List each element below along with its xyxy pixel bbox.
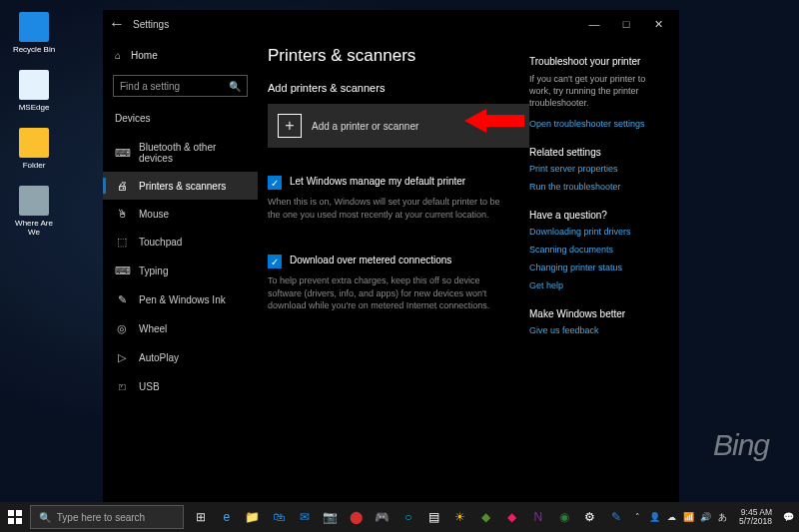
page-title: Printers & scanners	[268, 46, 513, 66]
taskbar-app-xbox[interactable]: 🎮	[372, 506, 394, 528]
sidebar-item-label: USB	[139, 381, 160, 392]
taskbar-app-weather[interactable]: ☀	[449, 506, 471, 528]
window-titlebar[interactable]: ← Settings — □ ✕	[103, 10, 679, 38]
taskbar-search-placeholder: Type here to search	[57, 512, 145, 523]
annotation-arrow-icon	[464, 108, 524, 134]
taskbar: 🔍 Type here to search ⊞ e 📁 🛍 ✉ 📷 ⬤ 🎮 ○ …	[0, 502, 799, 532]
sidebar-item-usb[interactable]: ⏍USB	[103, 372, 258, 400]
search-placeholder: Find a setting	[120, 81, 229, 92]
feedback-link[interactable]: Give us feedback	[529, 325, 667, 335]
better-heading: Make Windows better	[529, 308, 667, 319]
sidebar-item-bluetooth[interactable]: ⌨Bluetooth & other devices	[103, 134, 258, 172]
tray-onedrive-icon[interactable]: ☁	[665, 512, 679, 522]
desktop-icon-whereweare[interactable]: Where Are We	[10, 186, 58, 237]
taskbar-app-settings[interactable]: ⚙	[579, 506, 601, 528]
bing-watermark: Bing	[713, 428, 769, 462]
taskbar-app[interactable]: ◆	[501, 506, 523, 528]
sidebar-item-pen[interactable]: ✎Pen & Windows Ink	[103, 285, 258, 314]
taskbar-app[interactable]: ◉	[553, 506, 575, 528]
sidebar-home-label: Home	[131, 50, 158, 61]
get-help-link[interactable]: Get help	[529, 280, 667, 290]
taskbar-pinned-apps: ⊞ e 📁 🛍 ✉ 📷 ⬤ 🎮 ○ ▤ ☀ ◆ ◆ N ◉ ⚙ ✎	[190, 502, 627, 532]
start-button[interactable]	[0, 502, 30, 532]
window-close-button[interactable]: ✕	[643, 12, 673, 36]
window-maximize-button[interactable]: □	[611, 12, 641, 36]
desktop-icon-folder[interactable]: Folder	[10, 128, 58, 170]
metered-checkbox[interactable]: ✓	[268, 255, 282, 268]
search-input[interactable]: Find a setting 🔍	[113, 75, 248, 97]
sidebar-item-wheel[interactable]: ◎Wheel	[103, 314, 258, 343]
action-center-icon[interactable]: 💬	[781, 512, 795, 522]
changing-printer-status-link[interactable]: Changing printer status	[529, 263, 667, 272]
svg-rect-4	[16, 518, 22, 524]
taskbar-app-photos[interactable]: 📷	[320, 506, 342, 528]
taskbar-search-input[interactable]: 🔍 Type here to search	[30, 505, 184, 529]
add-section-heading: Add printers & scanners	[268, 82, 513, 94]
window-minimize-button[interactable]: —	[579, 12, 609, 36]
settings-window: ← Settings — □ ✕ ⌂ Home Find a setting 🔍…	[103, 10, 679, 502]
tray-ime-icon[interactable]: あ	[716, 511, 730, 524]
tray-overflow-icon[interactable]: ˄	[631, 512, 645, 522]
typing-icon: ⌨	[115, 265, 129, 277]
svg-rect-1	[8, 510, 14, 516]
settings-sidebar: ⌂ Home Find a setting 🔍 Devices ⌨Bluetoo…	[103, 38, 258, 502]
sidebar-item-label: AutoPlay	[139, 352, 179, 363]
add-printer-button[interactable]: + Add a printer or scanner	[268, 104, 529, 148]
taskbar-app-mail[interactable]: ✉	[294, 506, 316, 528]
sidebar-item-label: Touchpad	[139, 237, 182, 248]
taskbar-app-explorer[interactable]: 📁	[242, 506, 264, 528]
task-view-button[interactable]: ⊞	[190, 506, 212, 528]
mouse-icon: 🖱	[115, 208, 129, 220]
sidebar-section-title: Devices	[103, 107, 258, 134]
manage-default-label: Let Windows manage my default printer	[290, 176, 465, 187]
taskbar-app-onenote[interactable]: N	[527, 506, 549, 528]
scanning-documents-link[interactable]: Scanning documents	[529, 245, 667, 255]
taskbar-app[interactable]: ⬤	[346, 506, 368, 528]
print-server-properties-link[interactable]: Print server properties	[529, 164, 667, 174]
search-icon: 🔍	[39, 512, 51, 523]
sidebar-item-label: Wheel	[139, 323, 167, 334]
desktop-icon-label: Folder	[23, 161, 46, 170]
taskbar-app[interactable]: ✎	[605, 506, 627, 528]
keyboard-icon: ⌨	[115, 147, 129, 160]
sidebar-item-mouse[interactable]: 🖱Mouse	[103, 200, 258, 228]
sidebar-item-autoplay[interactable]: ▷AutoPlay	[103, 343, 258, 372]
question-heading: Have a question?	[529, 210, 667, 221]
sidebar-item-label: Printers & scanners	[139, 181, 226, 192]
taskbar-app-cortana[interactable]: ○	[398, 506, 419, 528]
sidebar-item-label: Pen & Windows Ink	[139, 294, 226, 305]
download-drivers-link[interactable]: Downloading print drivers	[529, 227, 667, 237]
printer-icon: 🖨	[115, 180, 129, 192]
svg-rect-3	[8, 518, 14, 524]
sidebar-item-printers[interactable]: 🖨Printers & scanners	[103, 172, 258, 200]
window-title: Settings	[133, 19, 169, 30]
tray-network-icon[interactable]: 📶	[682, 512, 696, 522]
windows-logo-icon	[8, 510, 22, 524]
run-troubleshooter-link[interactable]: Run the troubleshooter	[529, 182, 667, 192]
taskbar-clock[interactable]: 9:45 AM 5/7/2018	[733, 508, 778, 526]
open-troubleshooter-link[interactable]: Open troubleshooter settings	[529, 119, 667, 129]
sidebar-item-typing[interactable]: ⌨Typing	[103, 257, 258, 285]
desktop-icon-edge[interactable]: MSEdge	[10, 70, 58, 112]
manage-default-description: When this is on, Windows will set your d…	[268, 196, 513, 221]
system-tray: ˄ 👤 ☁ 📶 🔊 あ 9:45 AM 5/7/2018 💬	[627, 508, 799, 526]
sidebar-item-touchpad[interactable]: ⬚Touchpad	[103, 228, 258, 257]
taskbar-app[interactable]: ◆	[475, 506, 497, 528]
sidebar-item-label: Typing	[139, 266, 168, 276]
sidebar-item-label: Bluetooth & other devices	[139, 142, 246, 164]
desktop-icon-label: Where Are We	[15, 219, 53, 237]
desktop-icon-recycle-bin[interactable]: Recycle Bin	[10, 12, 58, 54]
desktop-icon-label: Recycle Bin	[13, 45, 55, 54]
back-arrow-icon[interactable]: ←	[109, 15, 125, 33]
manage-default-checkbox[interactable]: ✓	[268, 176, 282, 190]
taskbar-app-edge[interactable]: e	[216, 506, 238, 528]
tray-people-icon[interactable]: 👤	[648, 512, 662, 522]
taskbar-app[interactable]: ▤	[423, 506, 445, 528]
metered-description: To help prevent extra charges, keep this…	[268, 274, 513, 312]
tray-volume-icon[interactable]: 🔊	[699, 512, 713, 522]
desktop-icon-label: MSEdge	[19, 103, 50, 112]
taskbar-app-store[interactable]: 🛍	[268, 506, 290, 528]
add-printer-label: Add a printer or scanner	[312, 121, 418, 132]
troubleshoot-description: If you can't get your printer to work, t…	[529, 73, 667, 109]
sidebar-home[interactable]: ⌂ Home	[103, 42, 258, 69]
